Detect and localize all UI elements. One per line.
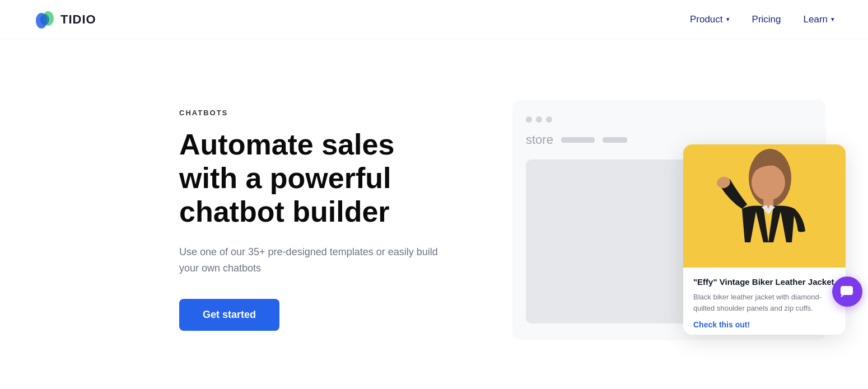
hero-subtitle: Use one of our 35+ pre-designed template…: [179, 244, 459, 276]
product-cta-link[interactable]: Check this out!: [693, 320, 836, 329]
nav-pricing[interactable]: Pricing: [752, 14, 781, 25]
tidio-logo-icon: [34, 8, 56, 31]
nav-pricing-label: Pricing: [752, 14, 781, 25]
nav-learn[interactable]: Learn ▾: [804, 14, 834, 25]
hero-illustration: store: [504, 100, 834, 340]
chat-icon: [839, 285, 855, 298]
nav-product-label: Product: [690, 14, 723, 25]
nav-links: Product ▾ Pricing Learn ▾: [690, 14, 834, 25]
nav-learn-label: Learn: [804, 14, 828, 25]
navbar: TIDIO Product ▾ Pricing Learn ▾: [0, 0, 868, 39]
dot-2: [536, 116, 542, 123]
dot-3: [546, 116, 552, 123]
dot-1: [526, 116, 532, 123]
product-chevron-icon: ▾: [726, 16, 730, 23]
hero-content: CHATBOTS Automate sales with a powerful …: [179, 109, 459, 331]
nav-product[interactable]: Product ▾: [690, 14, 730, 25]
get-started-button[interactable]: Get started: [179, 299, 279, 331]
hero-title: Automate sales with a powerful chatbot b…: [179, 128, 459, 228]
woman-figure: [683, 144, 846, 268]
nav-bar-1: [561, 137, 595, 143]
product-name: "Effy" Vintage Biker Leather Jacket: [693, 276, 836, 288]
logo[interactable]: TIDIO: [34, 8, 96, 31]
svg-rect-7: [841, 286, 853, 295]
svg-point-2: [40, 14, 49, 25]
product-description: Black biker leather jacket with diamond-…: [693, 292, 836, 313]
store-label: store: [526, 133, 553, 147]
product-info: "Effy" Vintage Biker Leather Jacket Blac…: [683, 268, 846, 335]
hero-section: CHATBOTS Automate sales with a powerful …: [0, 39, 868, 389]
learn-chevron-icon: ▾: [831, 16, 834, 23]
nav-bar-2: [603, 137, 627, 143]
svg-point-4: [752, 165, 785, 200]
window-dots: [526, 116, 813, 123]
product-card: "Effy" Vintage Biker Leather Jacket Blac…: [683, 144, 846, 335]
chat-bubble-button[interactable]: [832, 276, 862, 307]
product-image-area: [683, 144, 846, 268]
section-label: CHATBOTS: [179, 109, 459, 117]
brand-name: TIDIO: [60, 12, 96, 27]
